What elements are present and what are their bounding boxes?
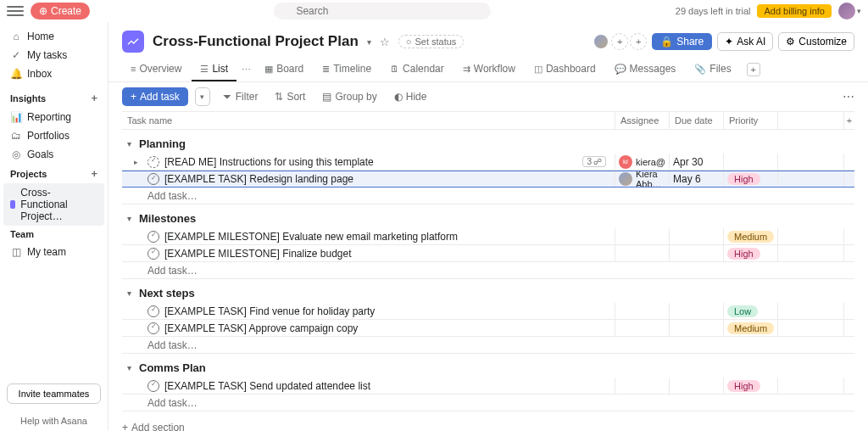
collapse-section-button[interactable]: ▾ bbox=[122, 211, 136, 225]
col-assignee[interactable]: Assignee bbox=[615, 112, 670, 129]
add-task-row[interactable]: Add task… bbox=[122, 337, 854, 354]
tab-board[interactable]: ▦Board bbox=[256, 58, 312, 81]
add-task-button[interactable]: +Add task bbox=[122, 87, 188, 106]
sidebar-item-home[interactable]: ⌂Home bbox=[0, 27, 108, 46]
due-date-cell[interactable] bbox=[670, 320, 724, 336]
add-task-row[interactable]: Add task… bbox=[122, 395, 854, 411]
due-date-cell[interactable]: Apr 30 bbox=[670, 154, 724, 170]
assignee-cell[interactable] bbox=[615, 378, 670, 394]
complete-checkbox[interactable] bbox=[147, 380, 159, 392]
tab-options-icon[interactable]: ⋯ bbox=[238, 64, 254, 76]
add-member-button[interactable]: + bbox=[611, 33, 628, 50]
complete-checkbox[interactable] bbox=[147, 231, 159, 243]
chevron-right-icon[interactable]: ▸ bbox=[134, 158, 142, 166]
tab-timeline[interactable]: ≣Timeline bbox=[314, 58, 380, 81]
ask-ai-button[interactable]: ✦Ask AI bbox=[717, 32, 773, 51]
add-task-row[interactable]: Add task… bbox=[122, 188, 854, 204]
tab-files[interactable]: 📎Files bbox=[686, 58, 739, 81]
tab-calendar[interactable]: 🗓Calendar bbox=[381, 58, 453, 81]
assignee-cell[interactable] bbox=[615, 228, 670, 244]
priority-cell[interactable]: Medium bbox=[724, 228, 778, 244]
section-name[interactable]: Planning bbox=[139, 137, 186, 150]
assignee-cell[interactable]: Kiera Abb… bbox=[619, 171, 665, 187]
complete-checkbox[interactable] bbox=[147, 156, 159, 168]
tab-list[interactable]: ☰List bbox=[192, 58, 236, 81]
complete-checkbox[interactable] bbox=[147, 173, 159, 185]
assignee-cell[interactable] bbox=[615, 245, 670, 261]
sidebar-item-my-tasks[interactable]: ✓My tasks bbox=[0, 46, 108, 64]
plus-icon[interactable]: + bbox=[91, 92, 97, 104]
chevron-down-icon[interactable]: ▾ bbox=[857, 7, 861, 15]
collapse-section-button[interactable]: ▾ bbox=[122, 286, 136, 299]
assignee-cell[interactable]: kikiera@kiera… bbox=[619, 155, 665, 169]
insights-heading[interactable]: Insights+ bbox=[0, 88, 108, 108]
add-member-button[interactable]: + bbox=[630, 33, 647, 50]
col-due-date[interactable]: Due date bbox=[670, 112, 724, 129]
priority-cell[interactable]: High bbox=[724, 171, 778, 187]
col-task-name[interactable]: Task name bbox=[122, 112, 615, 129]
col-priority[interactable]: Priority bbox=[724, 112, 778, 129]
sidebar-item-goals[interactable]: ◎Goals bbox=[0, 145, 108, 164]
sidebar-item-cross-functional[interactable]: Cross-Functional Project… bbox=[3, 183, 104, 226]
assignee-cell[interactable] bbox=[615, 303, 670, 319]
collapse-section-button[interactable]: ▾ bbox=[122, 137, 136, 150]
due-date-cell[interactable] bbox=[670, 228, 724, 244]
task-row[interactable]: [EXAMPLE MILESTONE] Evaluate new email m… bbox=[122, 228, 854, 245]
create-button[interactable]: ⊕ Create bbox=[31, 3, 90, 20]
add-section-button[interactable]: +Add section bbox=[122, 418, 185, 431]
invite-teammates-button[interactable]: Invite teammates bbox=[7, 383, 101, 404]
add-task-dropdown[interactable]: ▾ bbox=[195, 87, 210, 106]
section-name[interactable]: Milestones bbox=[139, 212, 196, 225]
priority-cell[interactable]: Medium bbox=[724, 320, 778, 336]
member-avatar[interactable] bbox=[593, 33, 609, 50]
subtask-count-badge[interactable]: 3☍ bbox=[582, 156, 606, 167]
star-icon[interactable]: ☆ bbox=[380, 36, 390, 48]
due-date-cell[interactable]: May 6 bbox=[670, 171, 724, 187]
search-input[interactable] bbox=[274, 3, 491, 20]
team-heading[interactable]: Team bbox=[0, 226, 108, 243]
assignee-cell[interactable] bbox=[615, 320, 670, 336]
sidebar-item-reporting[interactable]: 📊Reporting bbox=[0, 108, 108, 126]
complete-checkbox[interactable] bbox=[147, 322, 159, 334]
add-tab-button[interactable]: + bbox=[747, 63, 760, 76]
tab-overview[interactable]: ≡Overview bbox=[122, 58, 190, 81]
priority-cell[interactable]: High bbox=[724, 378, 778, 394]
tab-messages[interactable]: 💬Messages bbox=[606, 58, 685, 81]
tab-workflow[interactable]: ⇉Workflow bbox=[454, 58, 524, 81]
add-task-row[interactable]: Add task… bbox=[122, 262, 854, 279]
task-row[interactable]: [EXAMPLE TASK] Find venue for holiday pa… bbox=[122, 303, 854, 320]
group-by-button[interactable]: ▤Group by bbox=[317, 88, 381, 105]
due-date-cell[interactable] bbox=[670, 378, 724, 394]
help-link[interactable]: Help with Asana bbox=[0, 411, 108, 431]
more-actions-icon[interactable]: ⋯ bbox=[843, 90, 854, 104]
sort-button[interactable]: ⇅Sort bbox=[270, 88, 310, 105]
add-billing-button[interactable]: Add billing info bbox=[757, 4, 832, 18]
task-row[interactable]: [EXAMPLE MILESTONE] Finalize budget High bbox=[122, 245, 854, 262]
hide-button[interactable]: ◐Hide bbox=[389, 88, 432, 105]
set-status-button[interactable]: ○ Set status bbox=[398, 35, 465, 48]
task-row[interactable]: ▸ [READ ME] Instructions for using this … bbox=[122, 154, 854, 171]
complete-checkbox[interactable] bbox=[147, 248, 159, 260]
user-avatar[interactable] bbox=[838, 3, 855, 20]
section-name[interactable]: Next steps bbox=[139, 287, 195, 299]
task-row[interactable]: [EXAMPLE TASK] Send updated attendee lis… bbox=[122, 378, 854, 395]
plus-icon[interactable]: + bbox=[91, 167, 97, 180]
task-row[interactable]: [EXAMPLE TASK] Redesign landing page Kie… bbox=[122, 171, 854, 188]
due-date-cell[interactable] bbox=[670, 303, 724, 319]
priority-cell[interactable]: High bbox=[724, 245, 778, 261]
customize-button[interactable]: ⚙Customize bbox=[778, 32, 854, 51]
add-field-button[interactable]: + bbox=[844, 115, 854, 126]
chevron-down-icon[interactable]: ▾ bbox=[367, 37, 371, 47]
priority-cell[interactable]: Low bbox=[724, 303, 778, 319]
sidebar-item-portfolios[interactable]: 🗂Portfolios bbox=[0, 126, 108, 145]
collapse-section-button[interactable]: ▾ bbox=[122, 361, 136, 374]
share-button[interactable]: 🔒Share bbox=[652, 33, 712, 50]
due-date-cell[interactable] bbox=[670, 245, 724, 261]
sidebar-item-inbox[interactable]: 🔔Inbox bbox=[0, 64, 108, 83]
filter-button[interactable]: ⏷Filter bbox=[217, 88, 264, 105]
sidebar-item-my-team[interactable]: ◫My team bbox=[0, 243, 108, 261]
priority-cell[interactable] bbox=[724, 154, 778, 170]
projects-heading[interactable]: Projects+ bbox=[0, 164, 108, 183]
tab-dashboard[interactable]: ◫Dashboard bbox=[526, 58, 604, 81]
complete-checkbox[interactable] bbox=[147, 305, 159, 317]
